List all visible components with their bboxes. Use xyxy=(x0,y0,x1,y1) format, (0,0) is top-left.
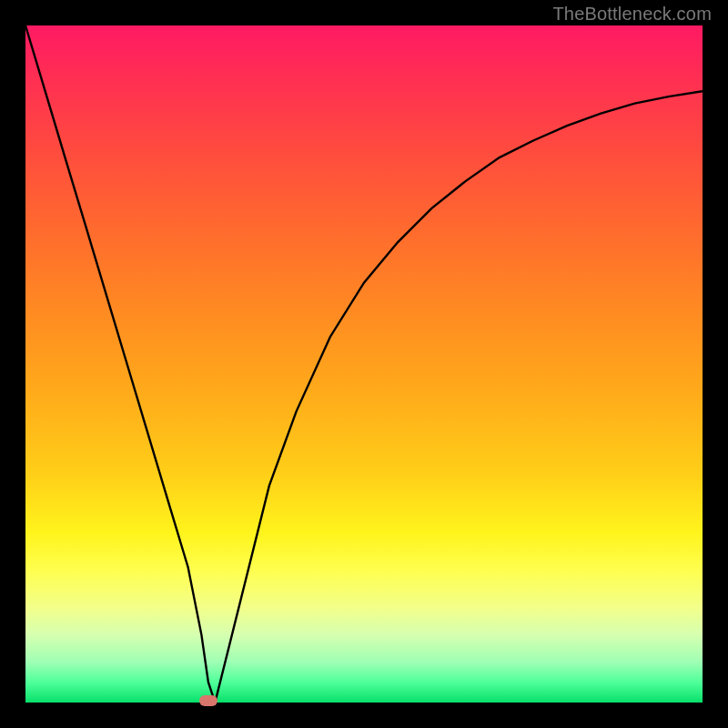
chart-frame: TheBottleneck.com xyxy=(0,0,728,728)
curve-minimum-marker xyxy=(199,695,217,706)
bottleneck-curve xyxy=(25,25,703,703)
watermark-text: TheBottleneck.com xyxy=(552,4,712,25)
plot-area xyxy=(25,25,703,703)
